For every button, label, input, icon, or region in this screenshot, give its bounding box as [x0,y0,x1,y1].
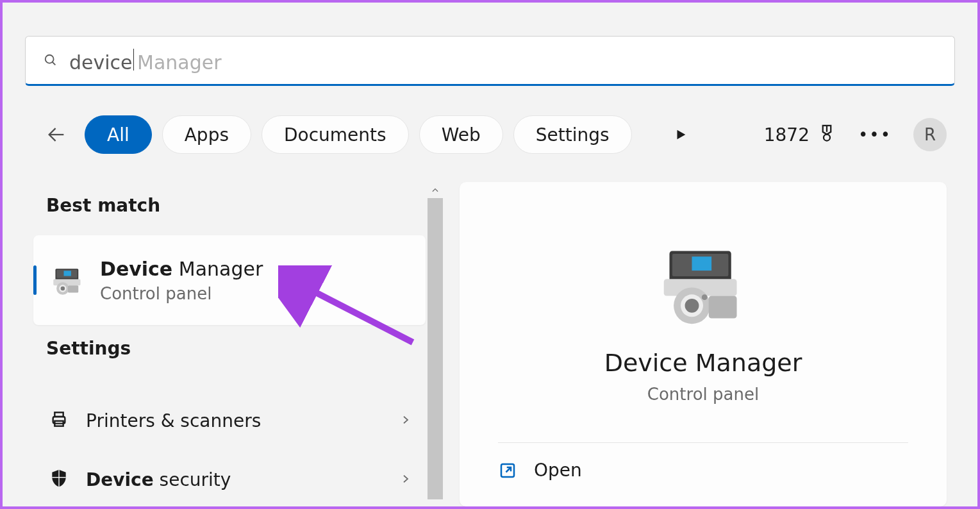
search-suggestion-text: Manager [137,51,222,74]
best-match-result[interactable]: Device Manager Control panel [33,235,426,325]
action-label: Open [534,460,582,481]
svg-rect-8 [64,271,71,276]
results-pane: Best match Device Manager Control panel … [33,182,426,506]
action-open[interactable]: Open [498,443,908,481]
more-options-button[interactable]: ••• [860,119,890,150]
avatar-initial: R [924,125,936,144]
filter-label: Web [442,124,481,146]
search-icon [44,53,58,67]
result-title-rest: Manager [172,258,263,280]
result-title-bold: Device [100,258,172,280]
text-cursor [133,49,135,71]
search-typed-text: device [69,51,133,74]
svg-rect-15 [54,412,63,417]
printer-icon [49,409,69,432]
chevron-right-icon [400,473,413,486]
details-subtitle: Control panel [647,385,759,404]
search-bar[interactable]: device Manager [25,36,955,86]
settings-results-list: Printers & scanners Device security [33,391,426,509]
filter-row: All Apps Documents Web Settings 1872 •••… [41,115,947,154]
filter-label: Documents [284,124,386,146]
filter-label: Settings [536,124,610,146]
details-title: Device Manager [604,349,802,377]
details-pane: Device Manager Control panel Open [460,182,947,506]
filter-label: Apps [185,124,229,146]
setting-item-printers-scanners[interactable]: Printers & scanners [33,391,426,450]
search-input[interactable]: device Manager [69,47,222,74]
setting-label: Device security [86,469,383,490]
svg-point-25 [685,299,699,313]
filter-apps[interactable]: Apps [162,115,251,154]
medal-icon [817,123,836,147]
settings-section-header: Settings [33,325,426,378]
filter-label: All [107,124,129,146]
back-button[interactable] [41,119,72,150]
setting-label: Printers & scanners [86,410,383,431]
svg-point-0 [46,55,54,63]
filter-web[interactable]: Web [419,115,503,154]
shield-icon [49,468,69,491]
filter-settings[interactable]: Settings [513,115,632,154]
svg-point-12 [61,287,65,291]
svg-point-4 [824,134,830,140]
chevron-right-icon [400,414,413,427]
result-subtitle: Control panel [100,284,263,303]
user-avatar[interactable]: R [913,118,947,151]
best-match-text: Device Manager Control panel [100,258,263,303]
svg-point-26 [702,294,708,300]
best-match-header: Best match [33,182,426,235]
filter-more-button[interactable] [665,119,696,150]
points-value: 1872 [764,124,810,146]
svg-rect-13 [68,285,78,292]
svg-line-1 [53,62,56,65]
filter-all[interactable]: All [85,115,152,154]
device-manager-icon [51,263,85,297]
scrollbar-thumb[interactable] [428,198,443,499]
svg-rect-21 [692,256,712,271]
svg-rect-27 [709,296,737,319]
filter-documents[interactable]: Documents [262,115,409,154]
scroll-up-button[interactable] [428,182,443,198]
device-manager-large-icon [658,240,748,330]
rewards-points[interactable]: 1872 [764,123,836,147]
svg-marker-3 [677,130,685,140]
setting-item-device-security[interactable]: Device security [33,450,426,509]
